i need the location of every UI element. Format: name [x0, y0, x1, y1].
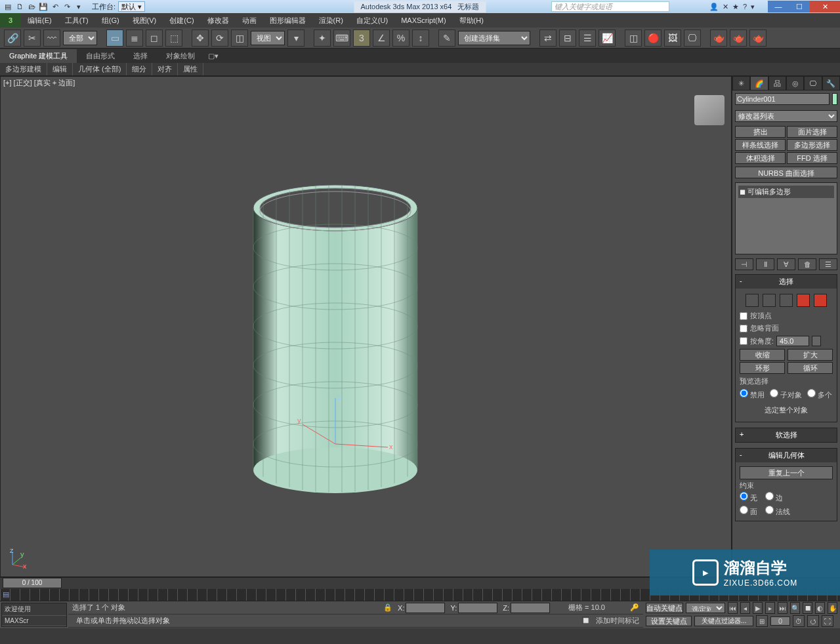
panel-tab-modify[interactable]: 🌈	[750, 76, 768, 91]
subobj-element[interactable]	[814, 294, 827, 307]
radio-edge[interactable]	[765, 492, 774, 500]
cylinder-object[interactable]: z x y	[250, 182, 421, 496]
radio-none[interactable]	[740, 492, 748, 500]
configure-icon[interactable]: ☰	[819, 258, 837, 270]
link-icon[interactable]: ▾	[74, 1, 84, 12]
grow-button[interactable]: 扩大	[788, 349, 833, 361]
redo-icon[interactable]: ↷	[62, 1, 72, 12]
app-logo[interactable]: 3	[0, 13, 21, 28]
radio-face[interactable]	[740, 506, 748, 514]
nav-fov-icon[interactable]: ◐	[815, 602, 825, 614]
nav-pan-icon[interactable]: ✋	[828, 602, 837, 614]
ring-button[interactable]: 环形	[740, 362, 785, 374]
menu-help[interactable]: 帮助(H)	[453, 16, 490, 26]
object-name-input[interactable]	[735, 93, 830, 105]
rollout-soft-header[interactable]: +软选择	[736, 428, 837, 442]
subobj-vertex[interactable]	[746, 294, 759, 307]
rollout-selection-header[interactable]: -选择	[736, 275, 837, 289]
frame-number[interactable]: 0	[770, 616, 790, 626]
coord-x[interactable]	[406, 603, 445, 613]
subobj-edge[interactable]	[763, 294, 776, 307]
object-color-swatch[interactable]	[832, 93, 837, 105]
select-icon[interactable]: ▭	[106, 30, 123, 47]
mod-volsel[interactable]: 体积选择	[735, 152, 786, 164]
close-button[interactable]: ✕	[810, 1, 840, 12]
loop-button[interactable]: 循环	[788, 362, 833, 374]
next-frame-icon[interactable]: ▸	[765, 602, 775, 614]
modifier-stack[interactable]: ◼ 可编辑多边形	[735, 182, 837, 254]
subobj-border[interactable]	[780, 294, 793, 307]
workspace-select[interactable]: 默认 ▾	[118, 1, 145, 12]
prev-frame-icon[interactable]: ◂	[740, 602, 750, 614]
coord-y[interactable]	[458, 603, 497, 613]
help-search[interactable]: 键入关键字或短语	[551, 1, 669, 12]
panel-tab-utilities[interactable]: 🔧	[822, 76, 840, 91]
key-mode-icon[interactable]: ⊞	[756, 615, 768, 627]
coord-z[interactable]	[511, 603, 550, 613]
menu-customize[interactable]: 自定义(U)	[350, 16, 394, 26]
panel-tab-hierarchy[interactable]: 品	[768, 76, 786, 91]
mirror-icon[interactable]: ⇄	[539, 30, 556, 47]
move-icon[interactable]: ✥	[192, 30, 209, 47]
viewport-label[interactable]: [+] [正交] [真实 + 边面]	[3, 78, 75, 88]
pivot-icon[interactable]: ▾	[287, 30, 304, 47]
unique-icon[interactable]: ∀	[777, 258, 795, 270]
signin-icon[interactable]: 👤	[709, 3, 719, 11]
nav-zoom-icon[interactable]: 🔍	[790, 602, 800, 614]
curve-editor-icon[interactable]: 📈	[598, 30, 616, 47]
schematic-icon[interactable]: ◫	[625, 30, 642, 47]
isolate-icon[interactable]: 🔲	[581, 616, 591, 625]
panel-tab-motion[interactable]: ◎	[786, 76, 804, 91]
menu-create[interactable]: 创建(C)	[163, 16, 200, 26]
app-menu-icon[interactable]: ▤	[3, 1, 13, 12]
ribbon-tab-selection[interactable]: 选择	[124, 49, 157, 63]
ribbon-properties[interactable]: 属性	[178, 63, 203, 75]
new-icon[interactable]: 🗋	[14, 1, 25, 12]
unlink-icon[interactable]: ✂	[24, 30, 41, 47]
rotate-icon[interactable]: ⟳	[211, 30, 228, 47]
selection-filter[interactable]: 全部	[63, 31, 97, 45]
ribbon-collapse-icon[interactable]: ▢▾	[208, 52, 219, 60]
menu-modifiers[interactable]: 修改器	[201, 16, 236, 26]
spinner-snap-icon[interactable]: ↕	[412, 30, 429, 47]
autokey-button[interactable]: 自动关键点	[646, 603, 683, 613]
angle-snap-icon[interactable]: ∠	[373, 30, 390, 47]
lock-icon[interactable]: 🔒	[383, 603, 392, 612]
mod-extrude[interactable]: 挤出	[735, 126, 786, 138]
align-icon[interactable]: ⊟	[559, 30, 576, 47]
open-icon[interactable]: 🗁	[26, 1, 37, 12]
setkey-button[interactable]: 设置关键点	[646, 616, 692, 626]
mod-patchsel[interactable]: 面片选择	[787, 126, 837, 138]
menu-edit[interactable]: 编辑(E)	[21, 16, 58, 26]
select-name-icon[interactable]: ≣	[126, 30, 143, 47]
undo-icon[interactable]: ↶	[50, 1, 60, 12]
exchange-icon[interactable]: ✕	[723, 3, 728, 11]
rendered-frame-icon[interactable]: 🖵	[684, 30, 701, 47]
goto-start-icon[interactable]: ⏮	[728, 602, 738, 614]
ribbon-subdiv[interactable]: 细分	[127, 63, 152, 75]
menu-maxscript[interactable]: MAXScript(M)	[394, 16, 452, 24]
named-sel-edit-icon[interactable]: ✎	[438, 30, 455, 47]
minimize-button[interactable]: —	[768, 1, 789, 12]
ref-coord-select[interactable]: 视图	[251, 31, 285, 45]
render-iter-icon[interactable]: 🫖	[730, 30, 747, 47]
ribbon-tab-graphite[interactable]: Graphite 建模工具	[0, 49, 77, 63]
menu-views[interactable]: 视图(V)	[126, 16, 163, 26]
modifier-list-select[interactable]: 修改器列表	[735, 110, 837, 122]
mod-ffdsel[interactable]: FFD 选择	[787, 152, 837, 164]
repeat-last-button[interactable]: 重复上一个	[740, 466, 833, 479]
panel-tab-create[interactable]: ✳	[732, 76, 750, 91]
ribbon-geometry[interactable]: 几何体 (全部)	[73, 63, 127, 75]
menu-rendering[interactable]: 渲染(R)	[312, 16, 350, 26]
dropdown-icon[interactable]: ▾	[751, 3, 755, 11]
save-icon[interactable]: 💾	[38, 1, 49, 12]
favorite-icon[interactable]: ★	[732, 3, 739, 11]
time-slider-knob[interactable]: 0 / 100	[3, 578, 62, 588]
radio-multi[interactable]	[807, 389, 816, 397]
keymode-select[interactable]: 选定对	[686, 603, 725, 613]
check-ignore-backfacing[interactable]	[740, 325, 747, 332]
key-icon[interactable]: 🔑	[630, 603, 639, 612]
render-prod-icon[interactable]: 🫖	[710, 30, 727, 47]
viewport[interactable]: [+] [正交] [真实 + 边面]	[0, 76, 732, 577]
menu-tools[interactable]: 工具(T)	[58, 16, 95, 26]
